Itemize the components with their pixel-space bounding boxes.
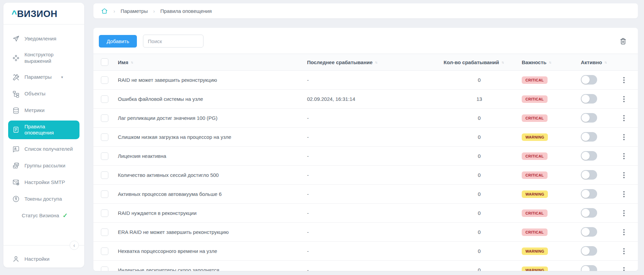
- column-header-trigger-count[interactable]: Кол-во срабатываний↑↓: [444, 59, 515, 65]
- last-trigger: -: [307, 191, 309, 197]
- sidebar-item-mailing-groups[interactable]: Группы рассылки: [8, 159, 79, 172]
- kebab-menu-icon[interactable]: [621, 94, 627, 104]
- sidebar-item-access-tokens[interactable]: Токены доступа: [8, 192, 79, 206]
- active-toggle[interactable]: [581, 208, 597, 218]
- sidebar-item-label: Метрики: [24, 107, 44, 114]
- sort-icon: ↑↓: [131, 60, 133, 64]
- sidebar-item-label: Токены доступа: [24, 196, 62, 202]
- sidebar-item-vision-status[interactable]: Статус Визиона ✓: [8, 209, 79, 223]
- column-header-importance[interactable]: Важность↑↓: [522, 59, 573, 65]
- table-row: Нехватка порцессорного времени на узле -…: [93, 242, 638, 261]
- sidebar-item-smtp-settings[interactable]: Настройки SMTP: [8, 176, 79, 189]
- column-header-last-trigger[interactable]: Последнее срабатывание↑↓: [307, 59, 444, 65]
- column-header-active[interactable]: Активно↑↓: [581, 59, 610, 65]
- last-trigger: -: [307, 153, 309, 159]
- row-checkbox[interactable]: [101, 76, 108, 84]
- mail-groups-icon: [12, 162, 20, 169]
- active-toggle[interactable]: [581, 170, 597, 180]
- severity-badge: WARNING: [522, 133, 548, 141]
- sidebar-item-alert-rules[interactable]: Правила оповещения: [8, 121, 79, 140]
- search-input[interactable]: [143, 35, 203, 48]
- active-toggle[interactable]: [581, 189, 597, 199]
- table-row: Ошибка файловой системы на узле 02.09.20…: [93, 90, 638, 109]
- table-row: ERA RAID не может завершить реконструкци…: [93, 223, 638, 242]
- rule-name: Нехватка порцессорного времени на узле: [118, 248, 217, 254]
- severity-badge: CRITICAL: [522, 152, 548, 160]
- active-toggle[interactable]: [581, 113, 597, 123]
- toggle-knob: [582, 133, 590, 141]
- sidebar-collapse-button[interactable]: ‹: [70, 241, 79, 250]
- kebab-menu-icon[interactable]: [621, 246, 627, 256]
- active-toggle[interactable]: [581, 246, 597, 256]
- add-button[interactable]: Добавить: [99, 35, 137, 48]
- row-checkbox[interactable]: [101, 248, 108, 255]
- rule-name: Количество активных сессий достигло 500: [118, 172, 219, 178]
- logo: ^ВИЗИОН: [3, 3, 84, 24]
- sidebar-item-label: Параметры: [24, 74, 52, 80]
- sidebar-item-label: Объекты: [24, 91, 46, 97]
- sidebar-item-parameters[interactable]: Параметры ▾: [8, 71, 79, 84]
- active-toggle[interactable]: [581, 75, 597, 85]
- chevron-down-icon: ▾: [61, 75, 63, 80]
- row-checkbox[interactable]: [101, 267, 108, 271]
- active-toggle[interactable]: [581, 94, 597, 104]
- send-icon: [12, 35, 20, 42]
- trigger-count: 0: [478, 153, 481, 159]
- toggle-knob: [582, 171, 590, 179]
- active-toggle[interactable]: [581, 151, 597, 161]
- active-toggle[interactable]: [581, 227, 597, 237]
- sidebar: ^ВИЗИОН Уведомления Конструктор выражени…: [3, 3, 84, 268]
- breadcrumb-item-alert-rules[interactable]: Правила оповещения: [160, 8, 212, 14]
- row-checkbox[interactable]: [101, 133, 108, 141]
- row-checkbox[interactable]: [101, 190, 108, 198]
- breadcrumb-item-parameters[interactable]: Параметры: [121, 8, 148, 14]
- table-row: Количество активных сессий достигло 500 …: [93, 166, 638, 185]
- logo-caret: ^: [12, 9, 17, 19]
- column-header-name[interactable]: Имя↑↓: [118, 59, 307, 65]
- user-icon: [12, 255, 20, 263]
- toggle-knob: [582, 76, 590, 84]
- rule-name: RAID нуждается в реконструкции: [118, 210, 197, 216]
- kebab-menu-icon[interactable]: [621, 75, 627, 85]
- home-icon[interactable]: [101, 7, 108, 15]
- constructor-icon: [12, 54, 20, 62]
- content-card: Добавить Имя↑↓ Последнее срабатывание↑↓ …: [93, 28, 638, 271]
- kebab-menu-icon[interactable]: [621, 227, 627, 237]
- select-all-checkbox[interactable]: [101, 58, 108, 66]
- severity-badge: WARNING: [522, 248, 548, 255]
- sidebar-item-notifications[interactable]: Уведомления: [8, 32, 79, 45]
- trigger-count: 0: [478, 229, 481, 235]
- table-row: RAID не может завершить реконструкцию - …: [93, 71, 638, 90]
- sidebar-item-metrics[interactable]: Метрики: [8, 104, 79, 117]
- toggle-knob: [582, 247, 590, 255]
- row-checkbox[interactable]: [101, 228, 108, 236]
- sidebar-item-objects[interactable]: Объекты: [8, 87, 79, 101]
- sidebar-item-expression-constructor[interactable]: Конструктор выражений: [8, 49, 79, 68]
- kebab-menu-icon[interactable]: [621, 151, 627, 161]
- kebab-menu-icon[interactable]: [621, 208, 627, 218]
- row-checkbox[interactable]: [101, 114, 108, 122]
- kebab-menu-icon[interactable]: [621, 189, 627, 199]
- kebab-menu-icon[interactable]: [621, 265, 627, 271]
- trash-icon[interactable]: [618, 36, 628, 47]
- sidebar-item-settings[interactable]: Настройки: [8, 252, 79, 266]
- breadcrumb-separator: ›: [113, 8, 115, 14]
- recipients-icon: [12, 145, 20, 153]
- active-toggle[interactable]: [581, 132, 597, 142]
- kebab-menu-icon[interactable]: [621, 113, 627, 123]
- kebab-menu-icon[interactable]: [621, 170, 627, 180]
- row-checkbox[interactable]: [101, 209, 108, 217]
- active-toggle[interactable]: [581, 265, 597, 271]
- row-checkbox[interactable]: [101, 152, 108, 160]
- rule-name: Лицензия неактивна: [118, 153, 166, 159]
- table-header: Имя↑↓ Последнее срабатывание↑↓ Кол-во ср…: [93, 54, 638, 71]
- row-checkbox[interactable]: [101, 95, 108, 103]
- sidebar-item-recipients-list[interactable]: Список получателей: [8, 142, 79, 156]
- row-checkbox[interactable]: [101, 171, 108, 179]
- sort-icon: ↑↓: [549, 60, 551, 64]
- sidebar-item-label: Настройки SMTP: [24, 179, 65, 186]
- sidebar-item-label: Конструктор выражений: [24, 52, 75, 65]
- kebab-menu-icon[interactable]: [621, 132, 627, 142]
- toggle-knob: [582, 228, 590, 236]
- sidebar-item-label: Правила оповещения: [24, 124, 75, 136]
